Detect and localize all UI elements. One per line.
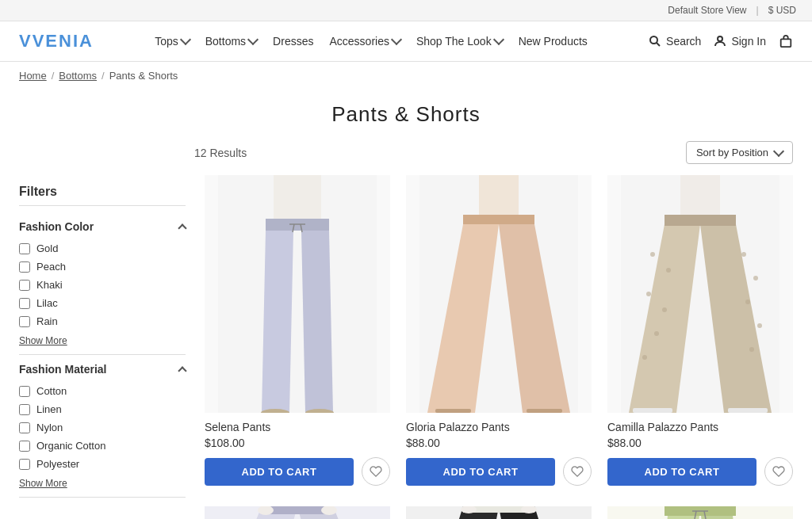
- filter-material-organic-cotton[interactable]: Organic Cotton: [19, 437, 186, 455]
- nav-dresses[interactable]: Dresses: [273, 35, 313, 48]
- results-bar: 12 Results Sort by Position: [0, 133, 812, 172]
- svg-point-26: [666, 268, 671, 273]
- filter-chevron-up-icon: [178, 366, 186, 375]
- svg-rect-36: [665, 215, 736, 226]
- filter-color-khaki[interactable]: Khaki: [19, 276, 186, 294]
- product-image-camilla: [607, 175, 793, 413]
- sidebar: Filters Fashion Color Gold Peach Khaki L…: [19, 175, 186, 519]
- chevron-down-icon: [180, 34, 191, 45]
- add-to-cart-selena[interactable]: ADD TO CART: [205, 458, 354, 486]
- currency-label: $ USD: [768, 5, 796, 16]
- chevron-down-icon: [493, 34, 504, 45]
- product-info-camilla: Camilla Palazzo Pants $88.00 ADD TO CART: [607, 413, 793, 490]
- product-card-4: [205, 506, 390, 519]
- results-count: 12 Results: [194, 147, 247, 159]
- svg-line-1: [657, 43, 660, 46]
- add-to-cart-gloria[interactable]: ADD TO CART: [406, 458, 555, 486]
- filter-material-nylon-checkbox[interactable]: [19, 422, 30, 433]
- filter-color-gold-checkbox[interactable]: [19, 243, 30, 254]
- filter-material-organic-cotton-checkbox[interactable]: [19, 441, 30, 452]
- product-actions-selena: ADD TO CART: [205, 457, 390, 486]
- add-to-cart-camilla[interactable]: ADD TO CART: [607, 458, 756, 486]
- svg-point-2: [718, 36, 722, 41]
- svg-rect-15: [479, 175, 519, 219]
- cart-button[interactable]: [779, 34, 793, 48]
- filter-chevron-up-icon: [178, 223, 186, 232]
- filter-color-show-more[interactable]: Show More: [19, 335, 67, 346]
- chevron-down-icon: [391, 34, 402, 45]
- filter-color-khaki-checkbox[interactable]: [19, 280, 30, 291]
- header: VVENIA Tops Bottoms Dresses Accessories …: [0, 21, 812, 62]
- product-actions-gloria: ADD TO CART: [406, 457, 592, 486]
- filter-color-lilac-checkbox[interactable]: [19, 298, 30, 309]
- logo[interactable]: VVENIA: [19, 31, 94, 52]
- breadcrumb-bottoms[interactable]: Bottoms: [59, 70, 97, 82]
- sort-dropdown[interactable]: Sort by Position: [686, 141, 793, 164]
- filter-section-material: Fashion Material Cotton Linen Nylon Orga…: [19, 355, 186, 498]
- filter-material-nylon[interactable]: Nylon: [19, 418, 186, 437]
- svg-point-31: [741, 252, 746, 257]
- filter-color-rain-checkbox[interactable]: [19, 316, 30, 327]
- filter-material-polyester-checkbox[interactable]: [19, 459, 30, 470]
- nav-shop-the-look[interactable]: Shop The Look: [416, 35, 503, 48]
- sign-in-button[interactable]: Sign In: [714, 35, 766, 48]
- filter-color-peach-checkbox[interactable]: [19, 261, 30, 273]
- svg-point-32: [753, 276, 758, 280]
- products-grid: Selena Pants $108.00 ADD TO CART: [205, 175, 793, 519]
- filter-material-show-more[interactable]: Show More: [19, 478, 67, 489]
- main-layout: Filters Fashion Color Gold Peach Khaki L…: [0, 175, 812, 519]
- nav-accessories[interactable]: Accessories: [329, 35, 400, 48]
- top-bar: Default Store View | $ USD: [0, 0, 812, 21]
- heart-icon: [571, 465, 584, 478]
- filter-material-cotton[interactable]: Cotton: [19, 382, 186, 400]
- filter-color-gold[interactable]: Gold: [19, 239, 186, 258]
- filter-material-polyester[interactable]: Polyester: [19, 455, 186, 473]
- svg-point-30: [642, 355, 647, 360]
- filter-material-linen-checkbox[interactable]: [19, 404, 30, 415]
- product-price-gloria: $88.00: [406, 437, 592, 449]
- svg-rect-22: [680, 175, 720, 219]
- nav-new-products[interactable]: New Products: [519, 35, 588, 48]
- product-info-selena: Selena Pants $108.00 ADD TO CART: [205, 413, 390, 490]
- product-card-camilla: Camilla Palazzo Pants $88.00 ADD TO CART: [607, 175, 793, 490]
- product-image-4: [205, 506, 390, 519]
- search-button[interactable]: Search: [649, 35, 701, 48]
- filter-material-cotton-checkbox[interactable]: [19, 386, 30, 397]
- product-card-gloria: Gloria Palazzo Pants $88.00 ADD TO CART: [406, 175, 592, 490]
- product-image-selena: [205, 175, 390, 413]
- wishlist-gloria[interactable]: [563, 457, 592, 486]
- svg-point-28: [662, 307, 667, 312]
- product-name-gloria: Gloria Palazzo Pants: [406, 421, 592, 433]
- svg-marker-8: [301, 231, 333, 413]
- filter-color-peach[interactable]: Peach: [19, 258, 186, 276]
- breadcrumb-home[interactable]: Home: [19, 70, 47, 82]
- filter-color-lilac[interactable]: Lilac: [19, 294, 186, 312]
- svg-rect-38: [728, 408, 768, 413]
- breadcrumb-separator: /: [102, 70, 105, 82]
- svg-rect-3: [781, 39, 791, 47]
- store-view-label: Default Store View: [668, 5, 746, 16]
- svg-point-35: [749, 347, 754, 352]
- sidebar-title: Filters: [19, 175, 186, 206]
- filter-section-color-header[interactable]: Fashion Color: [19, 220, 186, 233]
- breadcrumb-current: Pants & Shorts: [109, 70, 178, 82]
- filter-section-color: Fashion Color Gold Peach Khaki Lilac: [19, 212, 186, 355]
- svg-point-33: [745, 300, 750, 304]
- cart-icon: [779, 34, 793, 48]
- product-name-selena: Selena Pants: [205, 421, 390, 433]
- product-card-5: [406, 506, 592, 519]
- breadcrumb: Home / Bottoms / Pants & Shorts: [0, 62, 812, 90]
- nav-bottoms[interactable]: Bottoms: [205, 35, 257, 48]
- filter-material-linen[interactable]: Linen: [19, 400, 186, 418]
- svg-point-0: [650, 36, 657, 44]
- filter-color-rain[interactable]: Rain: [19, 312, 186, 330]
- header-actions: Search Sign In: [649, 34, 793, 48]
- nav-tops[interactable]: Tops: [155, 35, 190, 48]
- svg-marker-7: [262, 231, 293, 413]
- wishlist-selena[interactable]: [362, 457, 390, 486]
- filter-section-material-header[interactable]: Fashion Material: [19, 363, 186, 376]
- heart-icon: [370, 465, 382, 478]
- wishlist-camilla[interactable]: [764, 457, 793, 486]
- product-image-6: [607, 506, 793, 519]
- breadcrumb-separator: /: [52, 70, 55, 82]
